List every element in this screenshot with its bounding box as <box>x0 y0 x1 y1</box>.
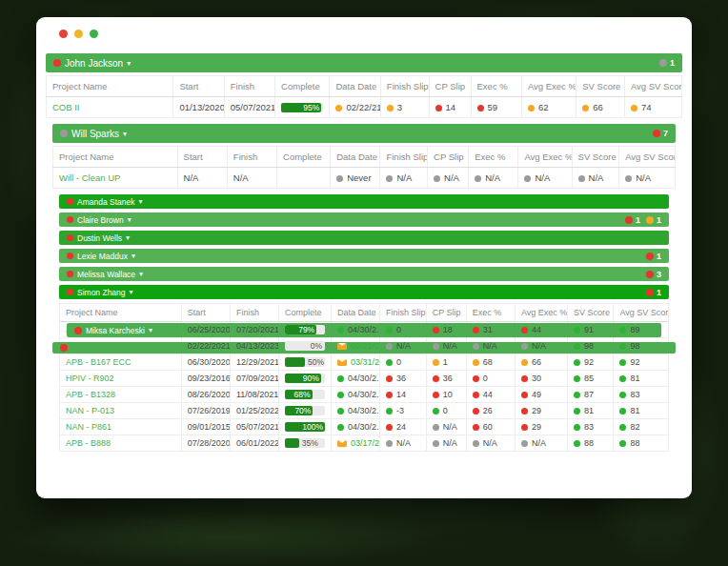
progress-fill <box>285 438 299 448</box>
status-dot <box>619 343 626 350</box>
projects-table-john-jackson: Project Name Start Finish Complete Data … <box>46 75 682 118</box>
chevron-down-icon: ▾ <box>126 233 130 242</box>
exec-pct-cell: N/A <box>466 435 515 452</box>
column-header: SV Score <box>576 76 625 97</box>
section-header-melissa-wallace[interactable]: Melissa Wallace ▾ 3 <box>59 267 669 281</box>
status-dot <box>336 175 343 182</box>
finish-date: 05/07/2021 <box>224 97 274 118</box>
status-dot <box>337 424 344 431</box>
section-name: Dustin Wells <box>77 233 122 243</box>
section-header-lexie-maddux[interactable]: Lexie Maddux ▾ 1 <box>59 249 669 263</box>
column-header: CP Slip <box>428 147 469 168</box>
badge-dot-icon <box>625 216 633 224</box>
project-link[interactable]: Will - Clean UP <box>59 172 120 183</box>
badge-group: 1 <box>646 288 661 297</box>
avg-sv-score-cell: 74 <box>624 97 681 118</box>
status-dot <box>521 343 528 350</box>
sv-score-cell: 85 <box>567 371 614 387</box>
table-row: APB - B1328 08/26/2020 11/08/2021 68% 04… <box>60 387 669 403</box>
chevron-down-icon: ▾ <box>128 215 131 224</box>
status-dot <box>619 375 626 382</box>
project-link[interactable]: APB - B888 <box>66 438 111 448</box>
avg-exec-pct-cell: 62 <box>521 97 576 118</box>
status-dot <box>337 392 344 398</box>
status-dot <box>473 375 479 382</box>
project-link[interactable]: COB II <box>52 102 80 112</box>
status-dot <box>477 105 484 111</box>
finish-date: 06/01/2022 <box>230 435 278 452</box>
project-link[interactable]: APB - B167 ECC <box>66 357 131 367</box>
status-dot <box>74 327 82 334</box>
project-link[interactable]: HPIV - R902 <box>66 374 114 383</box>
progress-bar: 100% <box>285 422 325 432</box>
avg-sv-score-cell: 82 <box>614 419 669 435</box>
badge-dot-icon <box>646 271 654 278</box>
status-dot <box>625 175 632 182</box>
status-dot <box>521 408 528 414</box>
column-header: Data Date <box>330 76 380 97</box>
table-header-row: Project Name Start Finish Complete Data … <box>53 147 676 168</box>
status-dot <box>574 424 580 431</box>
project-link[interactable]: NAN - HNL Restroom Improvements Phas <box>66 341 181 351</box>
badge-count: 1 <box>657 215 661 225</box>
badge-group: 1 <box>659 58 675 68</box>
status-dot <box>386 440 393 447</box>
section-header-john-jackson[interactable]: John Jackson ▾ 1 <box>46 53 682 72</box>
finish-date: 01/25/2022 <box>230 403 278 419</box>
avg-exec-pct-cell: 30 <box>515 371 567 387</box>
exec-pct-cell: 26 <box>466 403 515 419</box>
section-header-claire-brown[interactable]: Claire Brown ▾ 1 1 <box>59 212 669 227</box>
finish-slip-cell: 0 <box>380 354 427 371</box>
window-minimize-icon[interactable] <box>74 30 83 38</box>
status-dot <box>521 440 528 447</box>
progress-label: 68% <box>294 390 311 399</box>
column-header: Complete <box>275 76 330 97</box>
column-header: Finish Slip <box>380 147 428 168</box>
project-link[interactable]: APB - B1328 <box>66 390 115 399</box>
status-dot <box>337 343 347 350</box>
sv-score-cell: 88 <box>567 435 614 452</box>
table-row: APB - B167 ECC 06/30/2020 12/29/2021 50%… <box>60 354 669 371</box>
table-row: Will - Clean UP N/A N/A Never N/A N/A N/… <box>53 168 676 189</box>
section-header-dustin-wells[interactable]: Dustin Wells ▾ <box>59 231 669 245</box>
badge-count: 1 <box>657 288 661 297</box>
finish-slip-cell: N/A <box>380 435 427 452</box>
cp-slip-cell: N/A <box>426 419 466 435</box>
status-dot <box>386 392 393 398</box>
status-dot <box>337 440 347 447</box>
badge-group: 1 <box>646 252 661 261</box>
status-dot <box>582 105 589 111</box>
status-dot <box>434 175 440 182</box>
section-header-amanda-stanek[interactable]: Amanda Stanek ▾ <box>59 194 669 209</box>
status-dot <box>574 408 580 414</box>
table-header-row: Project Name Start Finish Complete Data … <box>47 76 682 97</box>
cp-slip-cell: N/A <box>426 435 466 452</box>
avg-exec-pct-cell: 66 <box>515 354 567 371</box>
column-header: Project Name <box>60 304 182 322</box>
status-dot <box>433 327 439 334</box>
status-dot <box>631 105 637 111</box>
column-header: Exec % <box>466 304 515 322</box>
status-dot <box>386 175 393 182</box>
status-dot <box>433 375 439 382</box>
column-header: Avg Exec % <box>515 304 567 322</box>
section-name: Amanda Stanek <box>77 197 134 207</box>
avg-exec-pct-cell: N/A <box>515 435 567 452</box>
column-header: Avg Exec % <box>518 147 572 168</box>
section-header-will-sparks[interactable]: Will Sparks ▾ 7 <box>52 124 676 143</box>
project-link[interactable]: NAN - P861 <box>66 422 111 432</box>
status-dot <box>433 408 439 414</box>
data-date-cell: 02/22/21 <box>330 97 380 118</box>
status-dot <box>60 344 68 352</box>
sv-score-cell: 92 <box>567 354 614 371</box>
data-date-cell: 04/30/2... <box>331 371 379 387</box>
project-link[interactable]: NAN - P-013 <box>66 406 114 415</box>
status-dot <box>528 105 535 111</box>
section-header-simon-zhang[interactable]: Simon Zhang ▾ 1 <box>59 285 669 299</box>
section-name: Lexie Maddux <box>77 252 128 261</box>
progress-fill <box>285 357 305 367</box>
progress-label: 0% <box>311 341 322 351</box>
window-maximize-icon[interactable] <box>90 30 98 38</box>
window-close-icon[interactable] <box>59 30 68 38</box>
chevron-down-icon: ▾ <box>138 197 142 206</box>
